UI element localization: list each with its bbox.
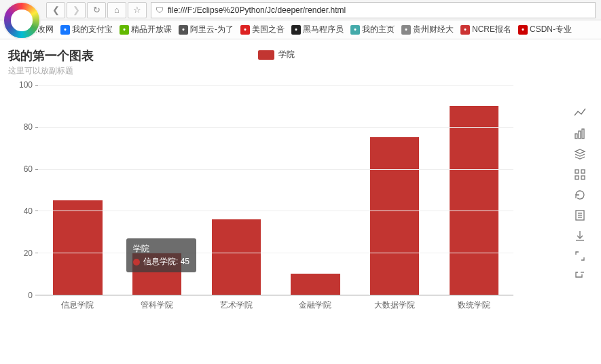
stack-tool-icon[interactable] xyxy=(574,148,586,160)
bar[interactable] xyxy=(450,106,498,295)
back-button[interactable]: ❮ xyxy=(46,2,65,18)
bar-slot xyxy=(276,85,355,295)
bookmark-item[interactable]: •阿里云-为了 xyxy=(179,24,234,35)
reload-button[interactable]: ↻ xyxy=(87,2,106,18)
x-tick-label: 金融学院 xyxy=(276,295,355,316)
svg-rect-5 xyxy=(581,170,585,173)
plot-area xyxy=(38,85,513,295)
bookmark-label: 我的主页 xyxy=(362,24,395,35)
bookmark-item[interactable]: •我的支付宝 xyxy=(60,24,113,35)
forward-button[interactable]: ❯ xyxy=(67,2,86,18)
grid-line xyxy=(38,85,513,86)
bookmark-item[interactable]: •我的主页 xyxy=(350,24,395,35)
y-tick-label: 80 xyxy=(24,122,33,132)
address-bar[interactable]: 🛡 file:///F:/Eclipse%20Python/Jc/deeper/… xyxy=(151,2,596,18)
bookmark-item[interactable]: •黑马程序员 xyxy=(291,24,344,35)
refresh-tool-icon[interactable] xyxy=(574,189,586,201)
grid-line xyxy=(38,253,513,253)
svg-marker-3 xyxy=(575,149,585,153)
bookmark-icon: • xyxy=(350,25,360,35)
line-tool-icon[interactable] xyxy=(574,107,586,120)
bookmark-label: 精品开放课 xyxy=(131,24,172,35)
bookmark-label: CSDN-专业 xyxy=(530,24,572,35)
page-content: 我的第一个图表 这里可以放副标题 学院 020406080100 信息学院管科学… xyxy=(0,39,601,316)
bookmark-icon: • xyxy=(179,25,188,35)
bookmark-icon: • xyxy=(401,25,411,35)
bookmark-item[interactable]: •贵州财经大 xyxy=(401,24,454,35)
bar-slot xyxy=(434,85,513,295)
bookmark-icon: • xyxy=(291,25,301,35)
svg-rect-7 xyxy=(581,176,585,179)
x-tick-label: 艺术学院 xyxy=(196,295,276,316)
legend-label: 学院 xyxy=(278,49,295,60)
bookmark-label: 美国之音 xyxy=(252,24,285,35)
y-tick-label: 20 xyxy=(24,249,33,258)
bar-tool-icon[interactable] xyxy=(574,128,586,140)
star-button[interactable]: ☆ xyxy=(128,2,147,18)
svg-rect-2 xyxy=(582,129,584,139)
grid-line xyxy=(38,169,513,170)
x-tick-label: 信息学院 xyxy=(38,295,117,316)
bookmarks-bar: •批改网•我的支付宝•精品开放课•阿里云-为了•美国之音•黑马程序员•我的主页•… xyxy=(0,20,601,39)
bar-slot xyxy=(196,85,276,295)
y-tick-mark xyxy=(35,169,38,170)
bookmark-item[interactable]: •精品开放课 xyxy=(120,24,172,35)
bookmark-icon: • xyxy=(460,25,470,35)
bookmark-label: 黑马程序员 xyxy=(303,24,344,35)
chart-legend[interactable]: 学院 xyxy=(258,49,295,60)
y-tick-mark xyxy=(35,253,38,253)
chart-area: 020406080100 信息学院管科学院艺术学院金融学院大数据学院数统学院 学… xyxy=(11,85,513,316)
svg-rect-1 xyxy=(579,131,581,139)
browser-toolbar: ❮ ❯ ↻ ⌂ ☆ 🛡 file:///F:/Eclipse%20Python/… xyxy=(0,0,601,20)
bookmark-icon: • xyxy=(240,25,250,35)
bar[interactable] xyxy=(132,253,181,295)
bookmark-item[interactable]: •CSDN-专业 xyxy=(518,24,572,35)
grid-line xyxy=(38,211,513,211)
save-tool-icon[interactable] xyxy=(574,230,586,242)
bookmark-icon: • xyxy=(60,25,70,35)
svg-rect-0 xyxy=(575,134,577,139)
legend-swatch-icon xyxy=(258,50,274,60)
bookmark-icon: • xyxy=(120,25,129,35)
y-tick-label: 100 xyxy=(19,80,33,90)
x-tick-label: 大数据学院 xyxy=(355,295,435,316)
bookmark-label: NCRE报名 xyxy=(472,24,511,35)
nav-buttons: ❮ ❯ ↻ ⌂ ☆ xyxy=(46,2,147,18)
bookmark-label: 阿里云-为了 xyxy=(190,24,234,35)
browser-logo-icon xyxy=(3,1,41,39)
y-axis: 020406080100 xyxy=(11,85,35,295)
tiled-tool-icon[interactable] xyxy=(574,168,586,181)
bar[interactable] xyxy=(53,200,102,295)
bookmark-icon: • xyxy=(518,25,528,35)
bar[interactable] xyxy=(370,137,419,295)
dataview-tool-icon[interactable] xyxy=(574,209,586,221)
svg-rect-6 xyxy=(575,176,579,179)
chart-title: 我的第一个图表 xyxy=(8,48,601,64)
bookmark-item[interactable]: •NCRE报名 xyxy=(460,24,511,35)
y-tick-mark xyxy=(35,85,38,86)
x-tick-label: 管科学院 xyxy=(117,295,197,316)
title-block: 我的第一个图表 这里可以放副标题 xyxy=(8,48,601,77)
home-button[interactable]: ⌂ xyxy=(107,2,126,18)
toolbox xyxy=(574,107,586,283)
zoom-tool-icon[interactable] xyxy=(574,250,586,262)
url-text: file:///F:/Eclipse%20Python/Jc/deeper/re… xyxy=(168,5,346,15)
bar-slot xyxy=(38,85,117,295)
y-tick-label: 0 xyxy=(28,291,33,300)
restore-tool-icon[interactable] xyxy=(574,270,586,283)
x-tick-label: 数统学院 xyxy=(434,295,513,316)
bars-group xyxy=(38,85,513,295)
y-tick-label: 60 xyxy=(24,164,33,174)
bookmark-item[interactable]: •美国之音 xyxy=(240,24,285,35)
chart-subtitle: 这里可以放副标题 xyxy=(8,65,601,77)
bookmark-label: 我的支付宝 xyxy=(72,24,113,35)
shield-icon: 🛡 xyxy=(156,5,164,15)
y-tick-mark xyxy=(35,127,38,128)
bar[interactable] xyxy=(291,274,340,295)
bar-slot xyxy=(117,85,197,295)
bar[interactable] xyxy=(212,219,261,295)
y-tick-label: 40 xyxy=(24,206,33,216)
bookmark-label: 贵州财经大 xyxy=(413,24,454,35)
x-axis-labels: 信息学院管科学院艺术学院金融学院大数据学院数统学院 xyxy=(38,295,513,316)
svg-rect-4 xyxy=(575,170,579,173)
